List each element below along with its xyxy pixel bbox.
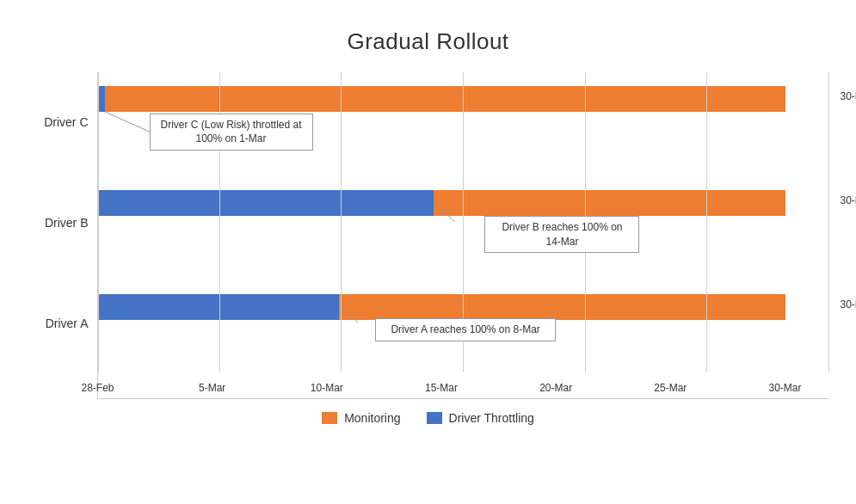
x-axis: 28-Feb 5-Mar 10-Mar 15-Mar 20-Mar 25-Mar… — [98, 374, 785, 398]
legend-swatch-throttling — [427, 412, 442, 424]
bar-blue-driver-c — [98, 86, 105, 112]
end-label-driver-a: 30-Mar — [840, 298, 856, 310]
end-label-driver-c: 30-Mar — [840, 90, 856, 102]
legend-swatch-monitoring — [322, 412, 337, 424]
svg-line-0 — [105, 112, 153, 133]
legend-label-throttling: Driver Throttling — [449, 411, 534, 425]
bar-orange-driver-c — [98, 86, 785, 112]
annotation-driver-a: Driver A reaches 100% on 8-Mar — [375, 318, 556, 341]
x-label-20mar: 20-Mar — [539, 382, 572, 394]
grid-line-3 — [341, 72, 342, 372]
x-label-25mar: 25-Mar — [654, 382, 687, 394]
end-label-driver-b: 30-Mar — [840, 194, 856, 206]
bar-blue-driver-b — [98, 190, 434, 216]
chart-plot: 30-Mar Driver C (Low Risk) throttled at1… — [97, 72, 828, 399]
x-label-30mar: 30-Mar — [768, 382, 801, 394]
y-label-driver-b: Driver B — [28, 173, 89, 274]
grid-line-6 — [706, 72, 707, 372]
legend-driver-throttling: Driver Throttling — [427, 411, 534, 425]
chart-area: Driver C Driver B Driver A 30-Mar Driver… — [28, 72, 828, 399]
y-label-driver-a: Driver A — [28, 273, 89, 373]
annotation-driver-b: Driver B reaches 100% on14-Mar — [484, 216, 639, 254]
y-axis: Driver C Driver B Driver A — [28, 72, 97, 399]
chart-legend: Monitoring Driver Throttling — [28, 411, 828, 425]
x-label-28feb: 28-Feb — [81, 382, 114, 394]
grid-line-1 — [98, 72, 99, 372]
chart-container: Gradual Rollout Driver C Driver B Driver… — [11, 11, 846, 493]
x-label-5mar: 5-Mar — [199, 382, 225, 394]
x-label-15mar: 15-Mar — [425, 382, 458, 394]
legend-label-monitoring: Monitoring — [344, 411, 400, 425]
legend-monitoring: Monitoring — [322, 411, 400, 425]
grid-line-7 — [828, 72, 829, 372]
y-label-driver-c: Driver C — [28, 72, 89, 173]
annotation-driver-c: Driver C (Low Risk) throttled at100% on … — [150, 114, 313, 151]
x-label-10mar: 10-Mar — [311, 382, 343, 394]
chart-title: Gradual Rollout — [28, 28, 828, 55]
bar-blue-driver-a — [98, 294, 339, 320]
